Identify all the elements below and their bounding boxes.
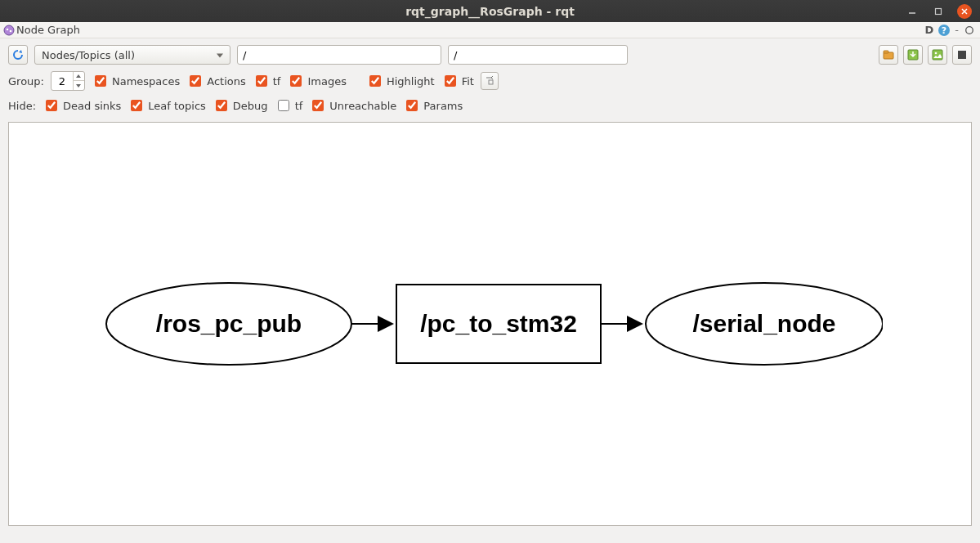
svg-text:?: ? <box>942 25 946 36</box>
toolbar: Nodes/Topics (all) Group: <box>0 38 980 117</box>
spin-up-button[interactable] <box>73 72 84 81</box>
window-titlebar: rqt_graph__RosGraph - rqt <box>0 0 980 22</box>
node-graph-icon <box>3 25 15 36</box>
panel-titlebar: Node Graph D ? - <box>0 22 980 38</box>
namespace-filter-input[interactable] <box>237 45 441 65</box>
load-dot-button[interactable] <box>879 45 898 65</box>
orientation-button[interactable] <box>481 72 499 90</box>
window-controls <box>905 4 980 19</box>
namespaces-checkbox[interactable]: Namespaces <box>92 73 180 89</box>
graph-node1-label: /ros_pc_pub <box>155 310 301 337</box>
svg-rect-11 <box>884 51 888 53</box>
params-checkbox[interactable]: Params <box>403 97 463 114</box>
circle-icon[interactable] <box>962 23 977 38</box>
dash-label: - <box>955 24 959 36</box>
save-image-button[interactable] <box>928 45 947 65</box>
help-icon[interactable]: ? <box>937 23 951 38</box>
refresh-button[interactable] <box>8 45 28 65</box>
window-close-button[interactable] <box>957 4 972 19</box>
svg-point-4 <box>4 25 14 35</box>
graph-canvas[interactable]: /ros_pc_pub /pc_to_stm32 /serial_node <box>8 122 972 526</box>
window-title: rqt_graph__RosGraph - rqt <box>405 5 575 18</box>
svg-rect-16 <box>489 80 493 84</box>
group-value-input[interactable] <box>51 72 73 90</box>
highlight-checkbox[interactable]: Highlight <box>366 73 435 89</box>
debug-checkbox[interactable]: Debug <box>213 97 268 114</box>
unreachable-checkbox[interactable]: Unreachable <box>309 97 396 114</box>
svg-point-6 <box>10 29 12 32</box>
svg-rect-13 <box>933 50 942 60</box>
save-dot-button[interactable] <box>903 45 923 65</box>
panel-title: Node Graph <box>16 24 80 36</box>
svg-point-14 <box>935 52 937 55</box>
dead-sinks-checkbox[interactable]: Dead sinks <box>43 97 121 114</box>
svg-point-5 <box>7 28 9 30</box>
graph-svg: /ros_pc_pub /pc_to_stm32 /serial_node <box>98 275 883 373</box>
fit-view-button[interactable] <box>952 45 972 65</box>
tf-hide-checkbox[interactable]: tf <box>275 97 303 114</box>
dropdown-value: Nodes/Topics (all) <box>42 49 135 61</box>
svg-rect-1 <box>936 8 942 14</box>
window-minimize-button[interactable] <box>905 4 920 19</box>
window-maximize-button[interactable] <box>931 4 946 19</box>
fit-checkbox[interactable]: Fit <box>441 73 474 89</box>
group-spinbox[interactable] <box>51 71 85 91</box>
tf-group-checkbox[interactable]: tf <box>253 73 281 89</box>
actions-checkbox[interactable]: Actions <box>186 73 246 89</box>
svg-rect-15 <box>958 51 966 59</box>
spin-down-button[interactable] <box>73 81 84 90</box>
topic-filter-input[interactable] <box>448 45 628 65</box>
hide-label: Hide: <box>8 100 36 112</box>
panel-d-label: D <box>925 24 934 36</box>
group-label: Group: <box>8 75 44 88</box>
leaf-topics-checkbox[interactable]: Leaf topics <box>128 97 206 114</box>
graph-topic-label: /pc_to_stm32 <box>420 310 577 337</box>
nodes-topics-dropdown[interactable]: Nodes/Topics (all) <box>34 45 230 65</box>
images-checkbox[interactable]: Images <box>287 73 347 89</box>
svg-point-9 <box>966 26 973 34</box>
graph-node2-label: /serial_node <box>692 310 835 337</box>
